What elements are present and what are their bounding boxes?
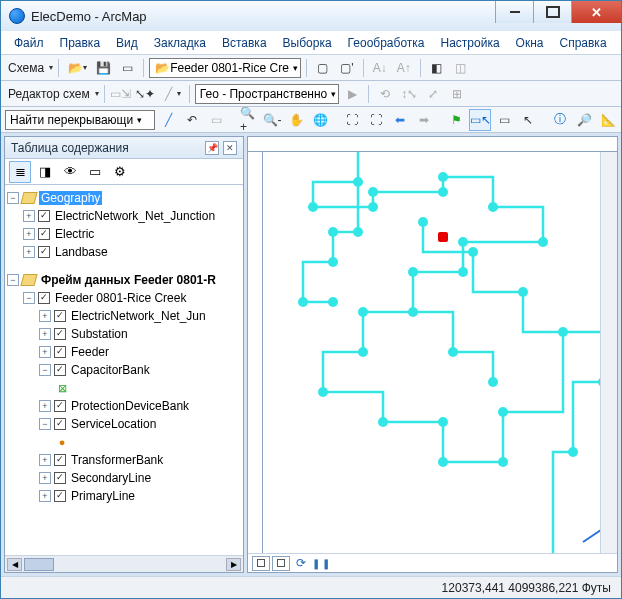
decrease-symbol-icon[interactable]: A↓ (369, 57, 391, 79)
menu-file[interactable]: Файл (7, 33, 51, 53)
pan-icon[interactable]: ✋ (285, 109, 307, 131)
align-icon[interactable]: ↕⤡ (398, 83, 420, 105)
trace-result-icon[interactable]: ▭ (205, 109, 227, 131)
layer-checkbox[interactable] (38, 210, 50, 222)
propagate-icon[interactable]: ▢ (312, 57, 334, 79)
expander-icon[interactable]: + (39, 454, 51, 466)
layer-secondaryline[interactable]: SecondaryLine (69, 471, 153, 485)
expander-icon[interactable]: − (23, 292, 35, 304)
layer-servicelocation[interactable]: ServiceLocation (69, 417, 158, 431)
mirror-icon[interactable]: ⤢ (422, 83, 444, 105)
layer-substation[interactable]: Substation (69, 327, 130, 341)
find-overlapping-selector[interactable]: Найти перекрывающи ▾ (5, 110, 155, 130)
layout-view-tab[interactable] (272, 556, 290, 571)
layer-checkbox[interactable] (54, 400, 66, 412)
layer-checkbox[interactable] (54, 346, 66, 358)
menu-windows[interactable]: Окна (509, 33, 551, 53)
layer-feeder-root[interactable]: Feeder 0801-Rice Creek (53, 291, 188, 305)
toc-scrollbar[interactable]: ◀ ▶ (5, 555, 243, 572)
save-schematic-icon[interactable]: 💾 (92, 57, 114, 79)
measure-icon[interactable]: 📐 (597, 109, 619, 131)
menu-help[interactable]: Справка (552, 33, 613, 53)
expander-icon[interactable]: + (23, 246, 35, 258)
expander-icon[interactable]: + (23, 228, 35, 240)
menu-geoprocessing[interactable]: Геообработка (341, 33, 432, 53)
expander-icon[interactable]: − (39, 418, 51, 430)
edit-select-icon[interactable]: ⤡✦ (134, 83, 156, 105)
edit-move-icon[interactable]: ▭⇲ (110, 83, 132, 105)
zoom-in-icon[interactable]: 🔍+ (237, 109, 259, 131)
layer-feeder[interactable]: Feeder (69, 345, 111, 359)
prev-extent-icon[interactable]: ⬅ (389, 109, 411, 131)
layer-en-junction[interactable]: ElectricNetwork_Net_Jun (69, 309, 208, 323)
refresh-icon[interactable]: ⟳ (296, 556, 306, 570)
feeder-selector[interactable]: 📂 Feeder 0801-Rice Cre ▾ (149, 58, 301, 78)
apply-layout-icon[interactable]: ▶ (341, 83, 363, 105)
fixed-zoom-in-icon[interactable]: ⛶ (341, 109, 363, 131)
layer-checkbox[interactable] (54, 490, 66, 502)
increase-symbol-icon[interactable]: A↑ (393, 57, 415, 79)
pause-drawing-icon[interactable]: ❚❚ (312, 558, 332, 569)
maximize-button[interactable] (533, 1, 571, 23)
expander-icon[interactable]: + (39, 310, 51, 322)
list-by-source-icon[interactable]: ◨ (34, 161, 56, 183)
menu-edit[interactable]: Правка (53, 33, 108, 53)
toc-tree[interactable]: −Geography +ElectricNetwork_Net_Junction… (5, 185, 243, 555)
select-elements-icon[interactable]: ↖ (517, 109, 539, 131)
tree-icon[interactable]: ⊞ (446, 83, 468, 105)
select-features-icon[interactable]: ▭↖ (469, 109, 491, 131)
expander-icon[interactable]: + (39, 490, 51, 502)
toc-pin-icon[interactable]: 📌 (205, 141, 219, 155)
expander-icon[interactable]: − (39, 364, 51, 376)
scroll-left-icon[interactable]: ◀ (7, 558, 22, 571)
layer-protectiondevice[interactable]: ProtectionDeviceBank (69, 399, 191, 413)
flag-icon[interactable]: ⚑ (445, 109, 467, 131)
options-icon[interactable]: ⚙ (109, 161, 131, 183)
map-canvas[interactable] (263, 152, 600, 553)
scroll-thumb[interactable] (24, 558, 54, 571)
menu-view[interactable]: Вид (109, 33, 145, 53)
layout-task-icon[interactable]: ◧ (426, 57, 448, 79)
expander-icon[interactable]: + (23, 210, 35, 222)
group-geography[interactable]: Geography (39, 191, 102, 205)
layer-checkbox[interactable] (54, 310, 66, 322)
toc-close-icon[interactable]: ✕ (223, 141, 237, 155)
layer-checkbox[interactable] (54, 472, 66, 484)
open-schematic-icon[interactable]: 📂▾ (64, 57, 90, 79)
menu-insert[interactable]: Вставка (215, 33, 274, 53)
close-button[interactable] (571, 1, 621, 23)
layout-algo-selector[interactable]: Гео - Пространственно ▾ (195, 84, 340, 104)
list-by-drawing-order-icon[interactable]: ≣ (9, 161, 31, 183)
edit-vertices-icon[interactable]: ╱▾ (158, 83, 184, 105)
fixed-zoom-out-icon[interactable]: ⛶ (365, 109, 387, 131)
update-schematic-icon[interactable]: ▭ (116, 57, 138, 79)
minimize-button[interactable] (495, 1, 533, 23)
expander-icon[interactable]: − (7, 192, 19, 204)
list-by-visibility-icon[interactable]: 👁 (59, 161, 81, 183)
expander-icon[interactable]: + (39, 346, 51, 358)
map-scrollbar-vertical[interactable] (600, 152, 617, 553)
layer-checkbox[interactable] (38, 228, 50, 240)
layer-landbase[interactable]: Landbase (53, 245, 110, 259)
scroll-right-icon[interactable]: ▶ (226, 558, 241, 571)
layer-checkbox[interactable] (54, 418, 66, 430)
layer-primaryline[interactable]: PrimaryLine (69, 489, 137, 503)
group-feeder-frame[interactable]: Фрейм данных Feeder 0801-R (39, 273, 218, 287)
zoom-out-icon[interactable]: 🔍- (261, 109, 283, 131)
menu-customize[interactable]: Настройка (434, 33, 507, 53)
layer-checkbox[interactable] (38, 246, 50, 258)
next-extent-icon[interactable]: ➡ (413, 109, 435, 131)
menu-selection[interactable]: Выборка (276, 33, 339, 53)
propagate2-icon[interactable]: ▢' (336, 57, 358, 79)
layout-props-icon[interactable]: ◫ (450, 57, 472, 79)
trace-icon[interactable]: ╱ (157, 109, 179, 131)
layer-checkbox[interactable] (38, 292, 50, 304)
layer-checkbox[interactable] (54, 328, 66, 340)
find-icon[interactable]: 🔎 (573, 109, 595, 131)
expander-icon[interactable]: + (39, 328, 51, 340)
rotate-icon[interactable]: ⟲ (374, 83, 396, 105)
layer-checkbox[interactable] (54, 364, 66, 376)
expander-icon[interactable]: + (39, 472, 51, 484)
list-by-selection-icon[interactable]: ▭ (84, 161, 106, 183)
expander-icon[interactable]: + (39, 400, 51, 412)
